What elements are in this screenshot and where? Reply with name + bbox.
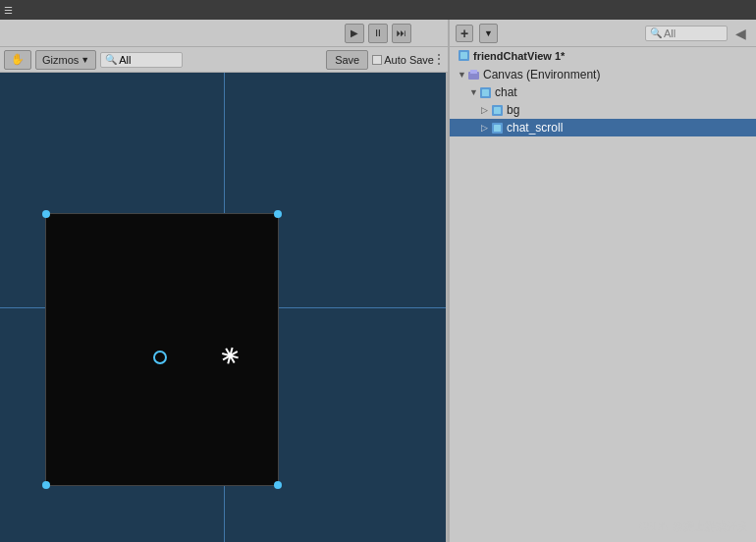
bg-icon — [491, 104, 504, 117]
pivot-circle-icon — [153, 351, 167, 364]
gizmos-button[interactable]: Gizmos ▼ — [35, 50, 96, 70]
step-button[interactable]: ⏭ — [392, 24, 411, 43]
scene-more-options-button[interactable]: ⋮ — [432, 51, 446, 67]
scene-search-input[interactable] — [119, 54, 178, 66]
expand-icon-bg: ▷ — [481, 105, 491, 115]
hierarchy-search-input[interactable] — [664, 27, 723, 39]
hierarchy-content: ▼ Canvas (Environment) ▼ chat — [450, 64, 756, 138]
save-button[interactable]: Save — [326, 50, 368, 70]
hierarchy-item-bg[interactable]: ▷ bg — [450, 101, 756, 119]
gizmos-dropdown-icon: ▼ — [81, 55, 89, 65]
chat-icon — [479, 86, 492, 99]
scene-file-icon — [458, 49, 470, 62]
hierarchy-item-chat-scroll[interactable]: ▷ chat_scroll — [450, 119, 756, 136]
scene-search-box: 🔍 — [100, 52, 183, 68]
svg-rect-1 — [460, 52, 467, 59]
chat-label: chat — [495, 85, 517, 99]
hierarchy-search-box: 🔍 — [645, 26, 728, 41]
svg-rect-3 — [470, 70, 477, 74]
hierarchy-item-canvas[interactable]: ▼ Canvas (Environment) — [450, 66, 756, 83]
svg-rect-9 — [494, 125, 501, 132]
scene-toolbar: ✋ Gizmos ▼ 🔍 Save Auto Save — [0, 47, 448, 73]
canvas-icon — [467, 69, 480, 81]
hand-tool-button[interactable]: ✋ — [4, 50, 31, 70]
scene-object-rect[interactable] — [45, 213, 279, 486]
hierarchy-controls: + ▼ 🔍 ◀ — [450, 20, 756, 47]
handle-top-left[interactable] — [42, 210, 50, 218]
handle-top-right[interactable] — [274, 210, 282, 218]
scene-view[interactable]: ✳ — [0, 73, 448, 542]
watermark: CSDN @爱上游戏开发 — [639, 519, 748, 534]
expand-icon-chat: ▼ — [469, 87, 479, 97]
hierarchy-filename: friendChatView 1* — [450, 47, 756, 64]
chat-scroll-icon — [491, 122, 504, 135]
svg-rect-7 — [494, 107, 501, 114]
hand-icon: ✋ — [11, 53, 25, 66]
menu-icon: ☰ — [4, 5, 13, 16]
hierarchy-dropdown-button[interactable]: ▼ — [479, 24, 498, 43]
play-button[interactable]: ▶ — [345, 24, 364, 43]
auto-save-checkbox[interactable] — [372, 55, 382, 65]
handle-bottom-right[interactable] — [274, 481, 282, 489]
auto-save-label: Auto Save — [372, 54, 434, 66]
search-icon: 🔍 — [105, 54, 117, 65]
hierarchy-collapse-button[interactable]: ◀ — [731, 26, 750, 41]
handle-bottom-left[interactable] — [42, 481, 50, 489]
gizmos-label: Gizmos — [42, 54, 79, 66]
bg-label: bg — [507, 103, 519, 117]
chat-scroll-label: chat_scroll — [507, 121, 563, 135]
svg-rect-5 — [482, 89, 489, 96]
pause-button[interactable]: ⏸ — [368, 24, 388, 43]
expand-icon-canvas: ▼ — [458, 70, 467, 80]
top-toolbar: ☰ — [0, 0, 756, 20]
hierarchy-search-icon: 🔍 — [650, 27, 662, 38]
expand-icon-chat-scroll: ▷ — [481, 123, 491, 133]
hierarchy-panel: Hierarchy + ▼ 🔍 ◀ friendChatView 1* ▼ — [448, 0, 756, 542]
canvas-label: Canvas (Environment) — [483, 68, 600, 81]
hierarchy-item-chat[interactable]: ▼ chat — [450, 83, 756, 101]
add-gameobject-button[interactable]: + — [456, 25, 473, 42]
